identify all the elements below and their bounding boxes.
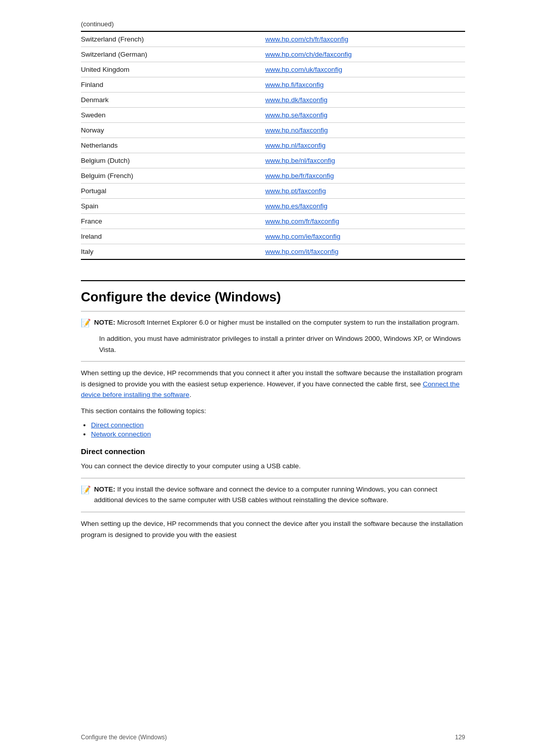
table-row: Portugalwww.hp.pt/faxconfig [81,184,465,199]
section-divider-2 [81,361,465,362]
table-cell-country: Switzerland (German) [81,47,265,62]
footer-section-name: Configure the device (Windows) [81,734,455,741]
table-row: Italywww.hp.com/it/faxconfig [81,244,465,260]
table-cell-country: Belguim (French) [81,168,265,184]
table-cell-url[interactable]: www.hp.se/faxconfig [265,108,465,123]
fax-url-link[interactable]: www.hp.com/it/faxconfig [265,248,339,255]
section-title: Configure the device (Windows) [81,280,465,305]
direct-connection-link[interactable]: Direct connection [91,421,144,429]
table-cell-url[interactable]: www.hp.dk/faxconfig [265,93,465,108]
table-row: Denmarkwww.hp.dk/faxconfig [81,93,465,108]
table-cell-url[interactable]: www.hp.com/uk/faxconfig [265,62,465,77]
fax-url-link[interactable]: www.hp.dk/faxconfig [265,96,328,104]
table-cell-url[interactable]: www.hp.pt/faxconfig [265,184,465,199]
note-icon-2: 📝 [81,485,91,495]
note-label-2: NOTE: [94,485,115,493]
note-body-1: Microsoft Internet Explorer 6.0 or highe… [117,319,460,326]
table-cell-url[interactable]: www.hp.com/ch/de/faxconfig [265,47,465,62]
subsection-direct-body: You can connect the device directly to y… [81,461,465,472]
table-cell-country: Netherlands [81,138,265,153]
table-row: Norwaywww.hp.no/faxconfig [81,123,465,138]
table-row: Swedenwww.hp.se/faxconfig [81,108,465,123]
table-cell-url[interactable]: www.hp.com/it/faxconfig [265,244,465,260]
body1-end: . [190,391,192,398]
fax-url-link[interactable]: www.hp.fi/faxconfig [265,81,324,88]
table-row: Belgium (Dutch)www.hp.be/nl/faxconfig [81,153,465,168]
fax-url-link[interactable]: www.hp.be/nl/faxconfig [265,157,335,164]
fax-url-link[interactable]: www.hp.com/uk/faxconfig [265,66,342,73]
note-icon-1: 📝 [81,318,91,328]
footer-page-number: 129 [455,734,465,741]
table-cell-url[interactable]: www.hp.com/ie/faxconfig [265,229,465,244]
note-block-1: 📝 NOTE: Microsoft Internet Explorer 6.0 … [81,318,465,328]
note-label-1: NOTE: [94,319,115,326]
table-cell-country: Denmark [81,93,265,108]
table-cell-country: United Kingdom [81,62,265,77]
note-text-2: NOTE: If you install the device software… [94,484,465,506]
continued-label: (continued) [81,20,465,28]
table-cell-url[interactable]: www.hp.no/faxconfig [265,123,465,138]
section-divider-3 [81,478,465,478]
table-cell-country: Norway [81,123,265,138]
table-cell-url[interactable]: www.hp.be/nl/faxconfig [265,153,465,168]
table-cell-country: Belgium (Dutch) [81,153,265,168]
list-item-direct: Direct connection [91,421,465,429]
fax-url-link[interactable]: www.hp.com/ch/de/faxconfig [265,51,352,58]
table-cell-url[interactable]: www.hp.com/fr/faxconfig [265,214,465,229]
section-divider-1 [81,311,465,312]
table-cell-country: Ireland [81,229,265,244]
fax-url-link[interactable]: www.hp.se/faxconfig [265,111,328,119]
body1-text: When setting up the device, HP recommend… [81,369,463,388]
fax-config-table: Switzerland (French)www.hp.com/ch/fr/fax… [81,31,465,260]
table-cell-country: Italy [81,244,265,260]
table-cell-url[interactable]: www.hp.com/ch/fr/faxconfig [265,31,465,47]
subsection-direct-title: Direct connection [81,447,465,456]
note-content-2: If you install the device software and c… [94,485,437,504]
table-row: Belguim (French)www.hp.be/fr/faxconfig [81,168,465,184]
fax-url-link[interactable]: www.hp.es/faxconfig [265,202,328,210]
table-cell-url[interactable]: www.hp.es/faxconfig [265,199,465,214]
topics-intro: This section contains the following topi… [81,406,465,417]
table-row: Switzerland (German)www.hp.com/ch/de/fax… [81,47,465,62]
fax-url-link[interactable]: www.hp.com/ie/faxconfig [265,233,341,240]
page-footer: Configure the device (Windows) 129 [0,734,546,741]
table-cell-country: France [81,214,265,229]
fax-url-link[interactable]: www.hp.be/fr/faxconfig [265,172,334,180]
list-item-network: Network connection [91,430,465,438]
network-connection-link[interactable]: Network connection [91,430,151,438]
table-cell-url[interactable]: www.hp.fi/faxconfig [265,77,465,93]
body-text-2: When setting up the device, HP recommend… [81,518,465,540]
table-cell-country: Switzerland (French) [81,31,265,47]
fax-url-link[interactable]: www.hp.no/faxconfig [265,126,328,134]
fax-url-link[interactable]: www.hp.com/ch/fr/faxconfig [265,35,348,43]
table-cell-url[interactable]: www.hp.nl/faxconfig [265,138,465,153]
table-row: United Kingdomwww.hp.com/uk/faxconfig [81,62,465,77]
table-cell-country: Spain [81,199,265,214]
fax-url-link[interactable]: www.hp.pt/faxconfig [265,187,326,195]
table-cell-country: Portugal [81,184,265,199]
note-indent-text-1: In addition, you must have administrator… [99,335,461,353]
fax-url-link[interactable]: www.hp.nl/faxconfig [265,142,326,149]
table-cell-country: Sweden [81,108,265,123]
table-cell-url[interactable]: www.hp.be/fr/faxconfig [265,168,465,184]
table-row: Irelandwww.hp.com/ie/faxconfig [81,229,465,244]
table-row: Finlandwww.hp.fi/faxconfig [81,77,465,93]
fax-url-link[interactable]: www.hp.com/fr/faxconfig [265,217,339,225]
note-block-2: 📝 NOTE: If you install the device softwa… [81,484,465,506]
table-row: Spainwww.hp.es/faxconfig [81,199,465,214]
table-row: Francewww.hp.com/fr/faxconfig [81,214,465,229]
section-divider-4 [81,512,465,512]
topics-list: Direct connection Network connection [91,421,465,438]
note-indent-1: In addition, you must have administrator… [99,333,465,355]
body-text-1: When setting up the device, HP recommend… [81,368,465,401]
note-text-1: NOTE: Microsoft Internet Explorer 6.0 or… [94,318,460,328]
table-row: Switzerland (French)www.hp.com/ch/fr/fax… [81,31,465,47]
table-row: Netherlandswww.hp.nl/faxconfig [81,138,465,153]
table-cell-country: Finland [81,77,265,93]
